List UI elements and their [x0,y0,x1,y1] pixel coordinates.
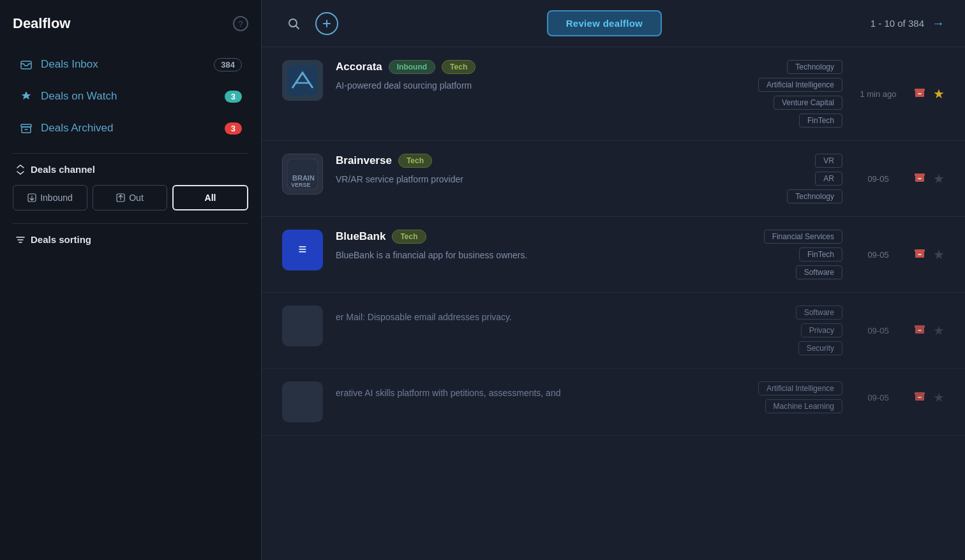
pagination-text: 1 - 10 of 384 [871,18,924,29]
next-page-button[interactable]: → [932,16,945,31]
watch-badge: 3 [225,91,242,103]
archive-deal-bluebank[interactable] [914,247,925,262]
main-content: Review dealflow 1 - 10 of 384 → Accorata [262,0,965,560]
add-deal-button[interactable] [315,12,338,35]
deal-logo-accorata [282,60,323,101]
deal-desc-email: er Mail: Disposable email addresses priv… [336,311,721,324]
category-privacy: Privacy [801,323,842,337]
inbox-badge: 384 [214,58,242,71]
archive-deal-aiskills[interactable] [914,390,925,405]
deal-time-email: 09-05 [853,326,904,335]
star-nav-icon [19,89,33,103]
sidebar-item-deals-inbox[interactable]: Deals Inbox 384 [13,50,248,79]
svg-rect-22 [915,392,925,395]
svg-rect-21 [287,387,318,417]
archive-deal-brainverse[interactable] [914,172,925,186]
sidebar-title: Dealflow [13,15,70,32]
deal-time-aiskills: 09-05 [853,393,904,402]
svg-rect-7 [915,89,925,91]
category-ar: AR [815,172,842,186]
deal-categories-bluebank: Financial Services FinTech Software [734,230,842,279]
category-ml: Machine Learning [765,399,842,413]
archived-badge: 3 [225,122,242,135]
deal-time-brainverse: 09-05 [853,174,904,184]
star-deal-aiskills[interactable]: ★ [933,390,945,405]
review-dealflow-button[interactable]: Review dealflow [547,10,662,36]
deal-desc-bluebank: BlueBank is a financial app for business… [336,249,721,262]
svg-rect-12 [915,173,925,176]
deal-name-bluebank: BlueBank [336,230,385,243]
deal-desc-aiskills: erative AI skills platform with petition… [336,387,721,400]
svg-point-5 [289,19,297,27]
star-deal-brainverse[interactable]: ★ [933,171,945,186]
archive-deal-email[interactable] [914,323,925,338]
deal-logo-bluebank: ≡ [282,230,323,270]
deal-row-brainverse[interactable]: BRAIN VERSE Brainverse Tech VR/AR servic… [262,141,965,217]
category-fintech2: FinTech [799,247,842,262]
sorting-divider [13,223,248,224]
svg-rect-0 [21,61,31,69]
category-tech: Technology [787,189,842,203]
deal-tag-inbound: Inbound [389,60,435,74]
svg-rect-16 [915,249,925,252]
svg-text:VERSE: VERSE [291,182,311,188]
pagination: 1 - 10 of 384 → [871,16,945,31]
channel-all-button[interactable]: All [172,185,248,210]
channel-inbound-button[interactable]: Inbound [13,185,87,210]
deal-row-bluebank[interactable]: ≡ BlueBank Tech BlueBank is a financial … [262,217,965,293]
svg-rect-18 [287,311,318,341]
deal-logo-aiskills [282,381,323,422]
category-ai: Artificial Intelligence [758,78,842,92]
deal-categories-email: Software Privacy Security [734,306,842,355]
search-button[interactable] [282,12,305,35]
deal-categories-accorata: Technology Artificial Intelligence Ventu… [734,60,842,128]
content-header: Review dealflow 1 - 10 of 384 → [262,0,965,47]
category-ai2: Artificial Intelligence [758,381,842,395]
svg-rect-6 [287,65,318,96]
channel-buttons: Inbound Out All [13,185,248,210]
category-vc: Venture Capital [774,96,842,110]
deal-categories-brainverse: VR AR Technology [734,154,842,203]
deal-tag-tech-brain: Tech [398,154,432,168]
category-technology: Technology [787,60,842,74]
category-vr: VR [815,154,842,168]
deal-logo-brainverse: BRAIN VERSE [282,154,323,195]
deal-name-accorata: Accorata [336,61,382,73]
sorting-section: Deals sorting [13,223,248,245]
help-icon[interactable]: ? [233,16,248,31]
sorting-title: Deals sorting [13,234,248,245]
deal-tag-tech-blue: Tech [392,230,426,244]
channel-out-button[interactable]: Out [93,185,167,210]
star-deal-accorata[interactable]: ★ [933,86,945,101]
deal-name-brainverse: Brainverse [336,154,392,167]
svg-text:≡: ≡ [299,241,307,257]
category-software2: Software [796,306,842,320]
sidebar-item-deals-watch[interactable]: Deals on Watch 3 [13,82,248,111]
sidebar-header: Dealflow ? [13,15,248,32]
deal-desc-accorata: AI-powered deal sourcing platform [336,79,721,92]
archive-deal-accorata[interactable] [914,87,925,101]
category-security: Security [798,341,842,355]
deal-time-bluebank: 09-05 [853,250,904,260]
star-deal-bluebank[interactable]: ★ [933,247,945,262]
deal-row-accorata[interactable]: Accorata Inbound Tech AI-powered deal so… [262,47,965,141]
deal-categories-aiskills: Artificial Intelligence Machine Learning [734,381,842,413]
star-deal-email[interactable]: ★ [933,323,945,338]
deal-time-accorata: 1 min ago [853,89,904,99]
svg-text:BRAIN: BRAIN [292,174,315,182]
archive-nav-icon [19,121,33,135]
deal-row-email[interactable]: er Mail: Disposable email addresses priv… [262,293,965,369]
category-financial: Financial Services [764,230,842,244]
sidebar-item-deals-archived[interactable]: Deals Archived 3 [13,114,248,143]
deal-tag-tech: Tech [442,60,475,74]
inbox-icon [19,57,33,71]
deal-logo-email [282,306,323,346]
deal-row-aiskills[interactable]: erative AI skills platform with petition… [262,369,965,436]
deal-desc-brainverse: VR/AR service platform provider [336,173,721,186]
inbox-label: Deals Inbox [41,58,98,71]
sidebar-divider [13,153,248,154]
svg-rect-19 [915,325,925,328]
archived-label: Deals Archived [41,122,113,135]
category-fintech: FinTech [799,114,842,128]
category-software: Software [796,265,842,279]
